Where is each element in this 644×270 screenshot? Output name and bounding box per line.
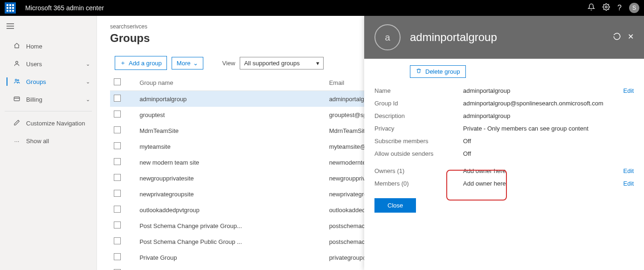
field-subscribe: Subscribe members Off (374, 135, 634, 147)
sidebar-item-groups[interactable]: Groups ⌄ (0, 73, 97, 90)
sidebar-item-label: Billing (26, 96, 86, 103)
chevron-down-icon: ⌄ (86, 97, 90, 103)
cell-name: newgroupprivatesite (136, 170, 325, 186)
cell-name: outlookaddedpvtgroup (136, 202, 325, 218)
field-owners: Owners (1) Add owner here Edit (374, 165, 634, 177)
field-groupid: Group Id adminportalgroup@sponlinesearch… (374, 97, 634, 110)
close-icon[interactable]: ✕ (628, 32, 634, 42)
sidebar-item-label: Home (26, 43, 90, 50)
field-label: Group Id (374, 100, 463, 107)
sidebar-item-label: Customize Navigation (26, 120, 90, 127)
row-checkbox[interactable] (114, 237, 121, 244)
row-checkbox[interactable] (114, 190, 121, 197)
field-outside: Allow outside senders Off (374, 147, 634, 160)
chevron-down-icon: ⌄ (86, 79, 90, 85)
row-checkbox[interactable] (114, 206, 121, 213)
field-value: adminportalgroup (463, 87, 620, 94)
add-group-button[interactable]: ＋ Add a group (115, 56, 167, 70)
svg-point-6 (17, 79, 19, 81)
cell-name: new modern team site (136, 154, 325, 170)
cell-name: Post Schema Change Public Group ... (136, 234, 325, 249)
home-icon (12, 42, 21, 50)
button-label: More (177, 60, 191, 67)
row-checkbox[interactable] (114, 126, 121, 133)
chevron-down-icon: ⌄ (193, 60, 198, 67)
field-description: Description adminportalgroup (374, 110, 634, 122)
top-bar: Microsoft 365 admin center ? S (0, 0, 644, 16)
help-icon[interactable]: ? (617, 4, 622, 12)
edit-link[interactable]: Edit (620, 167, 634, 174)
row-checkbox[interactable] (114, 111, 121, 118)
panel-body: Delete group Name adminportalgroup Edit … (364, 59, 644, 270)
sidebar-item-home[interactable]: Home (0, 37, 97, 55)
dropdown-icon: ▾ (316, 60, 319, 67)
more-button[interactable]: More ⌄ (172, 57, 204, 69)
sidebar-item-customize[interactable]: Customize Navigation (0, 114, 97, 132)
row-checkbox[interactable] (114, 158, 121, 165)
row-checkbox[interactable] (114, 222, 121, 228)
row-checkbox[interactable] (114, 142, 121, 149)
sidebar-item-label: Users (26, 61, 86, 68)
svg-point-5 (15, 79, 17, 81)
app-launcher-icon[interactable] (5, 2, 16, 14)
group-avatar: a (374, 24, 401, 50)
field-members: Members (0) Add owner here Edit (374, 177, 634, 190)
field-label: Subscribe members (374, 138, 463, 145)
trash-icon (416, 68, 422, 75)
button-label: Delete group (425, 68, 460, 75)
field-label: Members (0) (374, 180, 463, 187)
groups-icon (12, 78, 21, 86)
svg-point-0 (605, 6, 607, 8)
row-checkbox[interactable] (114, 174, 121, 181)
field-value: Off (463, 138, 620, 145)
card-icon (12, 96, 21, 104)
refresh-icon[interactable] (613, 32, 621, 42)
sidebar-item-users[interactable]: Users ⌄ (0, 55, 97, 73)
app-title: Microsoft 365 admin center (25, 4, 104, 12)
field-value-annotation: Add owner here (463, 180, 620, 187)
sidebar-item-label: Show all (26, 138, 90, 145)
panel-header: a adminportalgroup ✕ (364, 16, 644, 59)
view-label: View (222, 60, 235, 67)
field-privacy: Privacy Private - Only members can see g… (374, 122, 634, 135)
more-icon: ··· (12, 138, 21, 145)
svg-rect-7 (14, 97, 20, 100)
details-panel: a adminportalgroup ✕ Delete group Name a… (364, 16, 644, 270)
close-button[interactable]: Close (374, 198, 416, 213)
cell-name: adminportalgroup (136, 91, 325, 107)
nav-toggle-icon[interactable] (0, 20, 97, 33)
chevron-down-icon: ⌄ (86, 61, 90, 67)
row-checkbox[interactable] (114, 95, 121, 102)
user-icon (12, 60, 21, 68)
settings-icon[interactable] (602, 3, 610, 13)
field-label: Allow outside senders (374, 150, 463, 157)
sidebar-item-showall[interactable]: ··· Show all (0, 132, 97, 150)
cell-name: grouptest (136, 107, 325, 123)
field-value-annotation: Add owner here (463, 167, 620, 174)
notifications-icon[interactable] (588, 3, 595, 13)
select-all-checkbox[interactable] (114, 78, 121, 85)
edit-icon (12, 119, 21, 127)
cell-name: Private Title Group Test Sridhar (136, 265, 325, 270)
cell-name: Post Schema Change private Group... (136, 218, 325, 234)
edit-link[interactable]: Edit (620, 87, 634, 94)
field-label: Privacy (374, 125, 463, 132)
column-header-name[interactable]: Group name (136, 75, 325, 91)
field-value: adminportalgroup (463, 112, 620, 119)
sidebar-item-billing[interactable]: Billing ⌄ (0, 90, 97, 108)
cell-name: newprivategroupsite (136, 186, 325, 202)
panel-title: adminportalgroup (410, 31, 497, 44)
user-avatar[interactable]: S (629, 3, 639, 13)
field-value: adminportalgroup@sponlinesearch.onmicros… (463, 100, 620, 107)
edit-link[interactable]: Edit (620, 180, 634, 187)
delete-group-button[interactable]: Delete group (410, 65, 466, 78)
field-value: Off (463, 150, 620, 157)
plus-icon: ＋ (120, 59, 126, 67)
left-nav: Home Users ⌄ Groups ⌄ Billing ⌄ (0, 16, 97, 270)
field-label: Owners (1) (374, 167, 463, 174)
field-label: Description (374, 112, 463, 119)
row-checkbox[interactable] (114, 253, 121, 260)
select-value: All supported groups (244, 60, 299, 67)
cell-name: myteamsite (136, 138, 325, 154)
view-filter-select[interactable]: All supported groups ▾ (240, 57, 324, 69)
